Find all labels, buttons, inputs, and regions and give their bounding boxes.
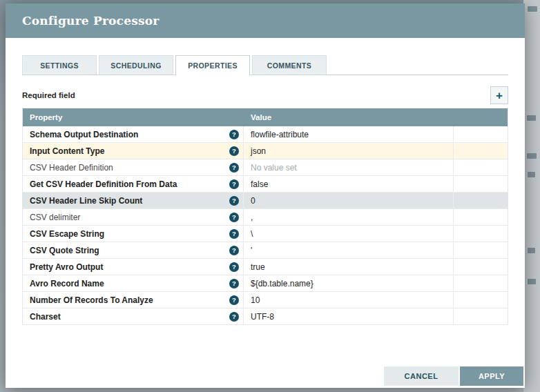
add-property-button[interactable]: + <box>490 86 508 104</box>
property-cell: CSV Quote String ? <box>23 242 244 258</box>
value-cell[interactable]: ${db.table.name} <box>244 275 454 291</box>
property-name: Schema Output Destination <box>30 130 138 139</box>
property-cell: Pretty Avro Output ? <box>23 259 244 275</box>
table-header-row: Property Value <box>23 108 508 126</box>
question-circle-icon[interactable]: ? <box>229 229 239 239</box>
cancel-button[interactable]: CANCEL <box>384 366 459 386</box>
table-row[interactable]: CSV Quote String ? ' <box>23 242 508 259</box>
dialog-footer: CANCEL APPLY <box>6 366 525 388</box>
table-row[interactable]: Number Of Records To Analyze ? 10 <box>23 292 508 308</box>
property-name: CSV Header Definition <box>30 163 113 173</box>
property-value: UTF-8 <box>251 312 274 322</box>
background-artifact <box>527 153 537 159</box>
column-header-property: Property <box>23 113 244 121</box>
table-row[interactable]: CSV delimiter ? , <box>23 209 508 226</box>
property-cell: Avro Record Name ? <box>23 275 244 291</box>
column-header-value: Value <box>244 113 454 121</box>
value-cell[interactable]: flowfile-attribute <box>244 126 454 142</box>
value-cell[interactable]: false <box>244 176 454 192</box>
property-value: 0 <box>251 196 255 206</box>
tab-settings[interactable]: SETTINGS <box>22 55 97 75</box>
property-name: Pretty Avro Output <box>30 262 103 272</box>
table-body: Schema Output Destination ? flowfile-att… <box>23 126 508 325</box>
property-name: Input Content Type <box>30 146 104 156</box>
question-circle-icon[interactable]: ? <box>229 146 239 156</box>
question-circle-icon[interactable]: ? <box>229 246 239 255</box>
tab-properties[interactable]: PROPERTIES <box>175 55 250 75</box>
property-name: CSV Quote String <box>30 246 99 255</box>
property-value: 10 <box>251 295 260 305</box>
question-circle-icon[interactable]: ? <box>229 179 239 189</box>
value-cell[interactable]: json <box>244 143 454 159</box>
question-circle-icon[interactable]: ? <box>229 213 239 222</box>
table-row[interactable]: CSV Header Line Skip Count ? 0 <box>23 193 508 209</box>
row-actions-cell <box>454 308 508 324</box>
question-circle-icon[interactable]: ? <box>229 279 239 288</box>
row-actions-cell <box>454 143 508 159</box>
value-cell[interactable]: ' <box>244 242 454 258</box>
property-value: ${db.table.name} <box>251 279 314 288</box>
tab-scheduling[interactable]: SCHEDULING <box>99 55 173 75</box>
background-artifact <box>528 279 536 284</box>
property-value: json <box>251 146 266 156</box>
row-actions-cell <box>454 292 508 308</box>
property-cell: Charset ? <box>23 308 244 324</box>
table-row[interactable]: Get CSV Header Definition From Data ? fa… <box>23 176 508 193</box>
apply-button[interactable]: APPLY <box>460 366 523 386</box>
property-cell: CSV Header Line Skip Count ? <box>23 193 244 208</box>
background-artifact <box>527 115 536 121</box>
property-name: Charset <box>30 312 61 322</box>
question-circle-icon[interactable]: ? <box>229 312 239 322</box>
row-actions-cell <box>454 159 508 175</box>
value-cell[interactable]: true <box>244 259 454 275</box>
tab-comments[interactable]: COMMENTS <box>252 55 327 75</box>
value-cell[interactable]: 0 <box>244 193 454 208</box>
properties-table: Property Value Schema Output Destination… <box>22 108 508 325</box>
property-cell: CSV Header Definition ? <box>23 159 244 175</box>
table-row[interactable]: Pretty Avro Output ? true <box>23 259 508 275</box>
value-cell[interactable]: No value set <box>244 159 454 175</box>
property-value: \ <box>251 229 253 239</box>
property-name: CSV Escape String <box>30 229 104 239</box>
property-value: flowfile-attribute <box>251 130 309 139</box>
property-name: Number Of Records To Analyze <box>30 295 153 305</box>
value-cell[interactable]: , <box>244 209 454 225</box>
row-actions-cell <box>454 193 508 208</box>
dialog-title: Configure Processor <box>22 14 159 28</box>
required-field-label: Required field <box>22 91 75 99</box>
dialog-body: SETTINGS SCHEDULING PROPERTIES COMMENTS … <box>6 38 525 325</box>
table-row[interactable]: Input Content Type ? json <box>23 143 508 159</box>
question-circle-icon[interactable]: ? <box>229 130 239 139</box>
question-circle-icon[interactable]: ? <box>229 295 239 305</box>
configure-processor-dialog: Configure Processor SETTINGS SCHEDULING … <box>6 3 525 388</box>
property-name: CSV Header Line Skip Count <box>30 196 142 206</box>
row-actions-cell <box>454 259 508 275</box>
table-row[interactable]: CSV Escape String ? \ <box>23 226 508 242</box>
property-value: true <box>251 262 265 272</box>
background-canvas-strip <box>523 0 540 392</box>
row-actions-cell <box>454 242 508 258</box>
plus-icon: + <box>496 90 503 101</box>
table-row[interactable]: CSV Header Definition ? No value set <box>23 159 508 176</box>
table-toolbar: Required field + <box>22 86 508 105</box>
question-circle-icon[interactable]: ? <box>229 196 239 206</box>
property-cell: Input Content Type ? <box>23 143 244 159</box>
table-row[interactable]: Schema Output Destination ? flowfile-att… <box>23 126 508 143</box>
background-artifact <box>528 6 537 12</box>
property-name: Avro Record Name <box>30 279 104 288</box>
question-circle-icon[interactable]: ? <box>229 163 239 173</box>
table-row[interactable]: Charset ? UTF-8 <box>23 308 508 325</box>
dialog-header: Configure Processor <box>6 3 525 38</box>
row-actions-cell <box>454 176 508 192</box>
background-artifact <box>528 172 535 177</box>
table-row[interactable]: Avro Record Name ? ${db.table.name} <box>23 275 508 292</box>
value-cell[interactable]: UTF-8 <box>244 308 454 324</box>
value-cell[interactable]: \ <box>244 226 454 242</box>
property-cell: CSV Escape String ? <box>23 226 244 242</box>
question-circle-icon[interactable]: ? <box>229 262 239 272</box>
tab-bar: SETTINGS SCHEDULING PROPERTIES COMMENTS <box>22 55 508 75</box>
value-cell[interactable]: 10 <box>244 292 454 308</box>
row-actions-cell <box>454 209 508 225</box>
property-value: , <box>251 213 253 222</box>
background-artifact <box>528 248 535 253</box>
